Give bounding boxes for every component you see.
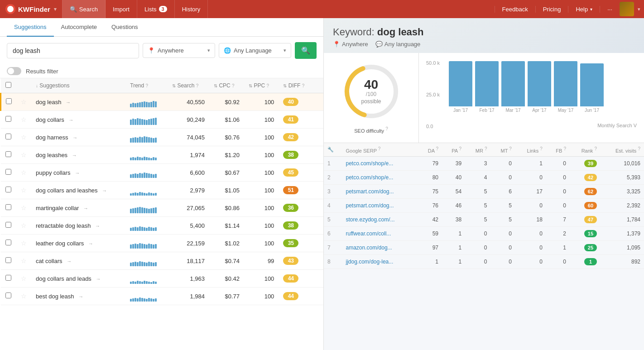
keyword-arrow-icon[interactable]: →: [69, 117, 74, 123]
keyword-text[interactable]: dog collars: [36, 116, 64, 123]
filter-toggle[interactable]: [7, 67, 21, 75]
keyword-arrow-icon[interactable]: →: [96, 276, 101, 282]
row-checkbox[interactable]: [6, 98, 12, 104]
star-icon[interactable]: ☆: [21, 292, 27, 300]
nav-feedback[interactable]: Feedback: [495, 6, 535, 13]
nav-history[interactable]: History: [175, 0, 208, 18]
tab-questions[interactable]: Questions: [104, 18, 145, 37]
star-icon[interactable]: ☆: [21, 222, 27, 229]
serp-link[interactable]: petco.com/shop/e...: [346, 160, 394, 167]
location-select[interactable]: 📍 Anywhere ▾: [143, 43, 215, 58]
logo-dropdown[interactable]: ▾: [54, 6, 57, 12]
serp-link[interactable]: amazon.com/dog...: [346, 245, 392, 251]
row-checkbox[interactable]: [5, 292, 11, 298]
nav-more[interactable]: ···: [600, 6, 620, 13]
serp-fb: 0: [546, 199, 570, 213]
keyword-text[interactable]: retractable dog leash: [36, 222, 91, 229]
main-layout: Suggestions Autocomplete Questions 📍 Any…: [0, 18, 644, 350]
trend-bar: [144, 227, 145, 231]
trend-bar: [137, 193, 139, 196]
trend-bar: [135, 262, 136, 266]
keyword-arrow-icon[interactable]: →: [67, 259, 72, 264]
keyword-text[interactable]: dog harness: [36, 134, 68, 141]
keyword-text[interactable]: cat collars: [36, 258, 62, 264]
trend-bar: [150, 102, 152, 107]
search-button[interactable]: 🔍: [295, 42, 317, 59]
star-icon[interactable]: ☆: [21, 151, 27, 158]
filter-label: Results filter: [26, 68, 58, 75]
serp-pa: 39: [442, 157, 465, 171]
trend-bar: [132, 244, 134, 249]
tab-suggestions[interactable]: Suggestions: [7, 18, 54, 37]
trend-bar: [135, 119, 136, 125]
keyword-arrow-icon[interactable]: →: [88, 241, 93, 246]
language-select[interactable]: 🌐 Any Language ▾: [219, 43, 291, 58]
keyword-arrow-icon[interactable]: →: [83, 206, 88, 211]
keyword-arrow-icon[interactable]: →: [78, 294, 83, 299]
keyword-text[interactable]: puppy collars: [36, 169, 71, 176]
nav-search[interactable]: 🔍 Search: [62, 0, 106, 18]
row-checkbox[interactable]: [5, 222, 11, 228]
keyword-text[interactable]: martingale collar: [36, 205, 79, 211]
star-icon[interactable]: ☆: [21, 98, 27, 105]
row-checkbox[interactable]: [5, 134, 11, 139]
trend-bar: [135, 103, 136, 107]
serp-link[interactable]: ruffwear.com/coll...: [346, 230, 391, 237]
row-checkbox[interactable]: [5, 204, 11, 210]
serp-col-visits: Est. visits ?: [601, 143, 644, 157]
row-checkbox[interactable]: [5, 169, 11, 175]
serp-link[interactable]: jjdog.com/dog-lea...: [346, 259, 394, 265]
row-checkbox[interactable]: [5, 257, 11, 263]
trend-bar: [141, 244, 143, 249]
trend-cell: [125, 199, 168, 217]
keyword-text[interactable]: dog leashes: [36, 152, 67, 158]
row-checkbox[interactable]: [5, 151, 11, 157]
kw-language: 💬 Any language: [375, 41, 421, 48]
keyword-text[interactable]: best dog leash: [36, 293, 74, 300]
nav-import[interactable]: Import: [106, 0, 137, 18]
serp-link[interactable]: petsmart.com/dog...: [346, 202, 394, 209]
star-icon[interactable]: ☆: [21, 116, 27, 123]
row-checkbox[interactable]: [5, 240, 11, 245]
nav-help[interactable]: Help ▾: [568, 6, 600, 13]
star-icon[interactable]: ☆: [21, 257, 27, 264]
trend-bar: [155, 174, 157, 178]
keyword-arrow-icon[interactable]: →: [75, 170, 80, 176]
keyword-arrow-icon[interactable]: →: [72, 135, 77, 140]
star-icon[interactable]: ☆: [21, 204, 27, 211]
star-icon[interactable]: ☆: [21, 240, 27, 247]
serp-link[interactable]: store.ezydog.com/...: [346, 216, 395, 223]
col-trend: Trend ?: [125, 78, 168, 93]
keyword-arrow-icon[interactable]: →: [66, 100, 71, 105]
tab-autocomplete[interactable]: Autocomplete: [54, 18, 105, 37]
star-icon[interactable]: ☆: [21, 169, 27, 176]
serp-link[interactable]: petco.com/shop/e...: [346, 174, 394, 181]
keyword-arrow-icon[interactable]: →: [72, 153, 77, 158]
keyword-text[interactable]: dog collars and leashes: [36, 187, 98, 194]
avatar[interactable]: [620, 2, 634, 16]
star-icon[interactable]: ☆: [21, 134, 27, 141]
row-checkbox[interactable]: [5, 187, 11, 192]
select-all-checkbox[interactable]: [5, 82, 11, 88]
row-checkbox[interactable]: [5, 275, 11, 281]
trend-bar: [137, 227, 139, 231]
trend-bar: [141, 282, 143, 284]
avatar-dropdown-icon[interactable]: ▾: [638, 6, 640, 12]
serp-link[interactable]: petsmart.com/dog...: [346, 188, 394, 195]
search-input[interactable]: [7, 43, 139, 58]
keyword-arrow-icon[interactable]: →: [95, 223, 100, 229]
keyword-text[interactable]: leather dog collars: [36, 240, 84, 247]
nav-pricing[interactable]: Pricing: [535, 6, 568, 13]
nav-lists[interactable]: Lists 3: [137, 0, 175, 18]
row-checkbox[interactable]: [5, 116, 11, 122]
seo-info-icon[interactable]: ?: [385, 126, 388, 131]
star-icon[interactable]: ☆: [21, 187, 27, 194]
keyword-text[interactable]: dog leash: [36, 99, 61, 105]
keyword-text[interactable]: dog collars and leads: [36, 275, 91, 282]
lists-badge: 3: [159, 6, 167, 12]
star-icon[interactable]: ☆: [21, 275, 27, 282]
logo[interactable]: KWFinder ▾: [0, 0, 62, 18]
keyword-arrow-icon[interactable]: →: [102, 188, 107, 193]
search-volume: 2,979: [168, 182, 209, 199]
trend-bar: [153, 157, 154, 160]
